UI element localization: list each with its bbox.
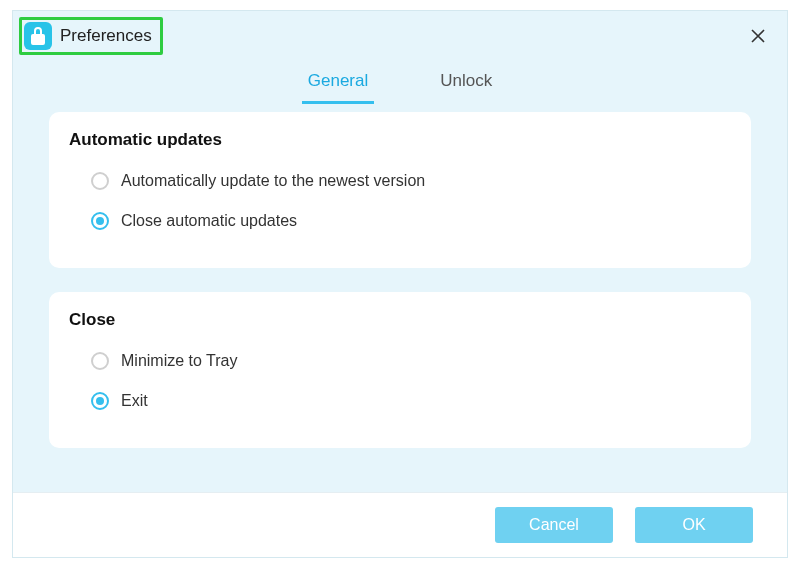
radio-icon (91, 212, 109, 230)
lock-icon (24, 22, 52, 50)
content-area: Automatic updates Automatically update t… (13, 104, 787, 448)
radio-icon (91, 352, 109, 370)
tab-bar: General Unlock (13, 61, 787, 104)
ok-button[interactable]: OK (635, 507, 753, 543)
window-title: Preferences (60, 26, 152, 46)
option-label: Automatically update to the newest versi… (121, 172, 425, 190)
preferences-window: Preferences General Unlock Automatic upd… (12, 10, 788, 558)
option-label: Close automatic updates (121, 212, 297, 230)
cancel-button[interactable]: Cancel (495, 507, 613, 543)
tab-unlock[interactable]: Unlock (434, 67, 498, 104)
radio-icon (91, 392, 109, 410)
tab-general[interactable]: General (302, 67, 374, 104)
option-minimize-tray[interactable]: Minimize to Tray (69, 346, 731, 376)
section-close: Close Minimize to Tray Exit (49, 292, 751, 448)
footer-bar: Cancel OK (13, 492, 787, 557)
section-automatic-updates: Automatic updates Automatically update t… (49, 112, 751, 268)
option-exit[interactable]: Exit (69, 386, 731, 416)
titlebar: Preferences (13, 11, 787, 61)
option-label: Minimize to Tray (121, 352, 237, 370)
option-auto-update[interactable]: Automatically update to the newest versi… (69, 166, 731, 196)
option-label: Exit (121, 392, 148, 410)
radio-icon (91, 172, 109, 190)
section-heading-close: Close (69, 310, 731, 330)
section-heading-updates: Automatic updates (69, 130, 731, 150)
title-highlight-box: Preferences (19, 17, 163, 55)
option-close-updates[interactable]: Close automatic updates (69, 206, 731, 236)
close-icon[interactable] (743, 21, 773, 51)
